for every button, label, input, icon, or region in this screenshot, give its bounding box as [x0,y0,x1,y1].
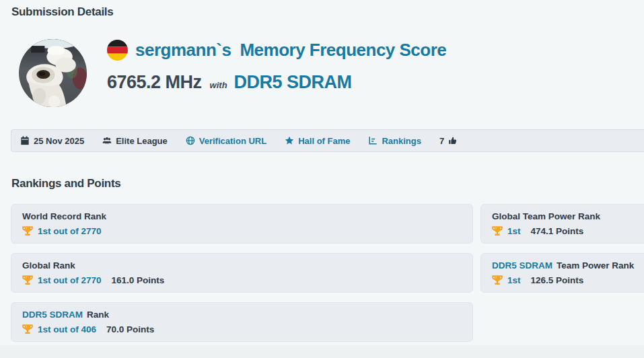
rankings-section-title: Rankings and Points [11,177,120,190]
rank-link[interactable]: 1st out of 2770 [38,226,102,236]
rankings-label: Rankings [382,136,421,146]
card-title: Global Rank [22,260,462,271]
rankings-cards-grid: World Record Rank 1st out of 2770 Global… [11,204,644,342]
card-title: Global Team Power Rank [492,211,644,221]
rankings-chart-icon [368,136,378,145]
avatar-photo-ln2-pot [19,39,87,107]
verification-url-label: Verification URL [199,136,266,146]
rank-link[interactable]: 1st out of 2770 [38,275,102,285]
with-label: with [210,80,227,90]
trophy-icon [22,225,33,236]
likes-item[interactable]: 7 [439,136,458,146]
card-global-team-power-rank: Global Team Power Rank 1st 474.1 Points [480,204,644,244]
calendar-icon [20,136,30,145]
thumbs-up-icon [448,136,458,145]
points-value: 474.1 Points [531,226,584,236]
trophy-icon [492,275,503,285]
submission-meta-bar: 25 Nov 2025 Elite League Verification UR… [11,129,644,152]
rank-link[interactable]: 1st [507,226,521,236]
card-title-text: Global Rank [22,260,75,271]
hall-of-fame-link[interactable]: Hall of Fame [285,136,350,146]
card-rank-row: 1st 474.1 Points [492,225,644,236]
globe-icon [186,136,195,145]
submission-date: 25 Nov 2025 [20,136,84,146]
league-item[interactable]: Elite League [102,136,168,146]
username-link[interactable]: sergmann`s [135,40,231,61]
card-title-hardware-link[interactable]: DDR5 SDRAM [22,310,83,320]
user-avatar[interactable] [19,39,87,107]
card-title: World Record Rank [22,211,462,221]
card-world-record-rank: World Record Rank 1st out of 2770 [11,204,473,244]
trophy-icon [22,275,33,285]
card-title-text: Rank [87,310,109,320]
rank-link[interactable]: 1st [507,275,521,285]
points-value: 126.5 Points [531,275,584,285]
users-icon [102,136,112,145]
card-title-hardware-link[interactable]: DDR5 SDRAM [492,260,552,271]
card-title-text: Global Team Power Rank [492,211,600,221]
card-rank-row: 1st 126.5 Points [492,275,644,285]
verification-url-link[interactable]: Verification URL [186,136,266,146]
card-rank-row: 1st out of 2770 161.0 Points [22,275,462,285]
rank-link[interactable]: 1st out of 406 [38,324,96,334]
card-global-rank: Global Rank 1st out of 2770 161.0 Points [11,253,473,293]
points-value: 161.0 Points [112,275,165,285]
score-title: Memory Frequency Score [240,40,446,61]
card-title: DDR5 SDRAMRank [22,310,462,320]
points-value: 70.0 Points [106,324,154,334]
rankings-link[interactable]: Rankings [368,136,421,146]
likes-count: 7 [439,136,444,146]
germany-flag-icon [107,40,128,61]
card-title-text: Team Power Rank [557,260,634,271]
page-bottom-strip [0,345,644,358]
star-icon [285,136,294,145]
hall-of-fame-label: Hall of Fame [298,136,350,146]
card-hardware-rank: DDR5 SDRAMRank 1st out of 406 70.0 Point… [11,302,473,342]
card-title-text: World Record Rank [22,211,106,221]
submission-header: sergmann`s Memory Frequency Score 6765.2… [107,40,446,93]
trophy-icon [492,225,503,236]
page-title: Submission Details [11,5,113,19]
card-rank-row: 1st out of 406 70.0 Points [22,324,462,334]
trophy-icon [22,324,33,334]
league-label: Elite League [116,136,168,146]
score-value: 6765.2 MHz [107,72,202,93]
card-title: DDR5 SDRAMTeam Power Rank [492,260,644,271]
card-rank-row: 1st out of 2770 [22,225,462,236]
submission-date-label: 25 Nov 2025 [34,136,84,146]
hardware-link[interactable]: DDR5 SDRAM [234,72,352,93]
card-hardware-team-power-rank: DDR5 SDRAMTeam Power Rank 1st 126.5 Poin… [480,253,644,293]
